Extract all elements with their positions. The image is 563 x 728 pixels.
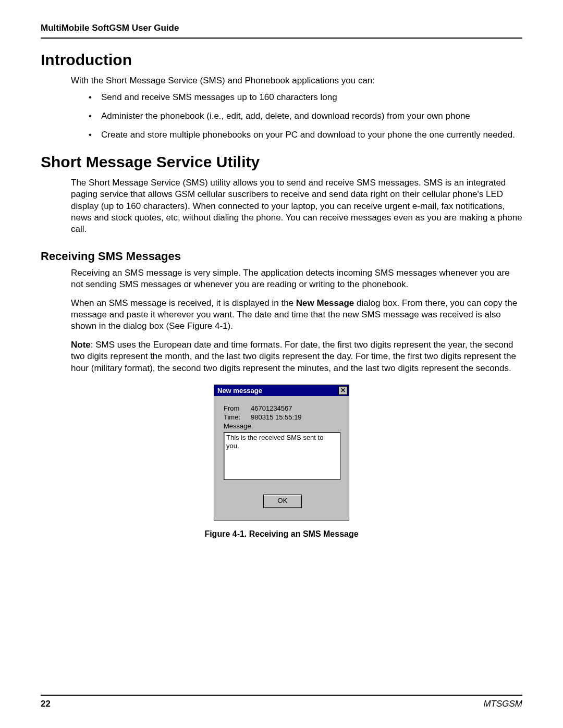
dialog-body: From 46701234567 Time: 980315 15:55:19 M… (214, 396, 349, 521)
from-label: From (224, 404, 251, 412)
document-page: MultiMobile SoftGSM User Guide Introduct… (0, 0, 563, 728)
time-label: Time: (224, 413, 251, 421)
heading-sms-utility: Short Message Service Utility (41, 153, 522, 171)
message-label: Message: (224, 422, 341, 430)
sms-utility-para: The Short Message Service (SMS) utility … (71, 177, 522, 235)
running-header: MultiMobile SoftGSM User Guide (41, 23, 522, 39)
intro-bullet-list: Send and receive SMS messages up to 160 … (89, 92, 522, 141)
doc-code: MTSGSM (483, 699, 522, 709)
from-value: 46701234567 (251, 404, 292, 412)
time-value: 980315 15:55:19 (251, 413, 302, 421)
message-textarea[interactable]: This is the received SMS sent to you. (224, 432, 340, 480)
message-text: This is the received SMS sent to you. (226, 434, 323, 450)
dialog-from-row: From 46701234567 (224, 404, 341, 412)
dialog-time-row: Time: 980315 15:55:19 (224, 413, 341, 421)
intro-bullet: Send and receive SMS messages up to 160 … (89, 92, 522, 103)
close-icon: ✕ (340, 387, 346, 394)
page-footer: 22 MTSGSM (41, 695, 522, 709)
sms-utility-body: The Short Message Service (SMS) utility … (71, 177, 522, 235)
new-message-dialog: New message ✕ From 46701234567 Time: 980… (214, 385, 349, 521)
receiving-p2-pre: When an SMS message is received, it is d… (71, 298, 296, 308)
note-text: : SMS uses the European date and time fo… (71, 340, 516, 373)
receiving-p2-bold: New Message (296, 298, 354, 308)
intro-body: With the Short Message Service (SMS) and… (71, 75, 522, 141)
intro-lead: With the Short Message Service (SMS) and… (71, 75, 522, 87)
receiving-note: Note: SMS uses the European date and tim… (71, 339, 522, 374)
receiving-body: Receiving an SMS message is very simple.… (71, 267, 522, 374)
receiving-p2: When an SMS message is received, it is d… (71, 298, 522, 332)
heading-receiving-sms: Receiving SMS Messages (41, 250, 522, 263)
close-button[interactable]: ✕ (338, 386, 348, 395)
page-number: 22 (41, 699, 51, 709)
receiving-p1: Receiving an SMS message is very simple.… (71, 267, 522, 290)
ok-button[interactable]: OK (263, 495, 302, 508)
note-label: Note (71, 340, 91, 350)
heading-introduction: Introduction (41, 51, 522, 69)
intro-bullet: Administer the phonebook (i.e., edit, ad… (89, 110, 522, 122)
dialog-titlebar: New message ✕ (214, 385, 349, 396)
figure-caption: Figure 4-1. Receiving an SMS Message (41, 529, 522, 539)
intro-bullet: Create and store multiple phonebooks on … (89, 129, 522, 141)
dialog-title-text: New message (217, 387, 262, 394)
